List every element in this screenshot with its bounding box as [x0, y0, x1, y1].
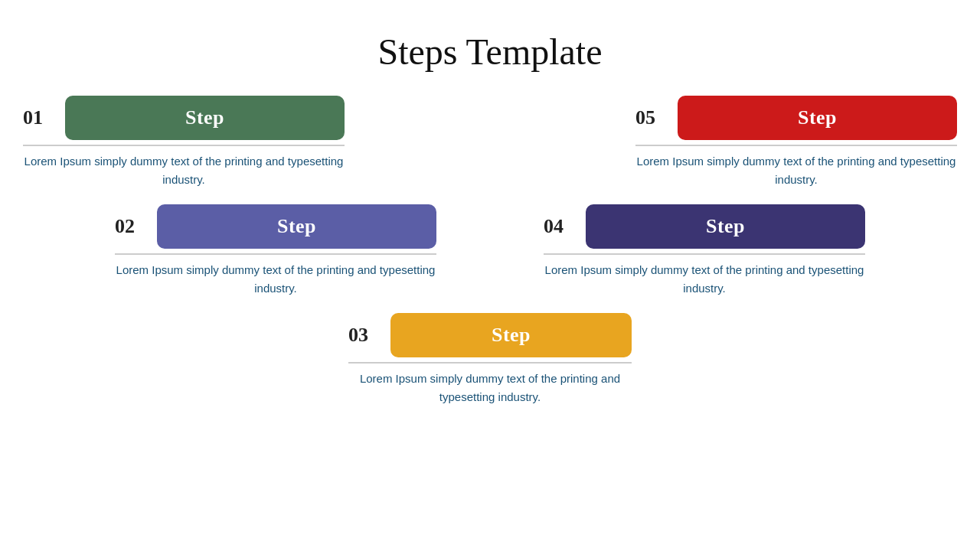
step-05-description: Lorem Ipsum simply dummy text of the pri…	[635, 152, 957, 189]
step-05-label-bar: Step	[678, 96, 957, 140]
step-02-block: 02 Step Lorem Ipsum simply dummy text of…	[115, 204, 436, 298]
step-03-description: Lorem Ipsum simply dummy text of the pri…	[348, 370, 632, 406]
step-04-description: Lorem Ipsum simply dummy text of the pri…	[544, 261, 865, 298]
step-03-number: 03	[348, 324, 390, 347]
step-04-label-bar: Step	[586, 204, 865, 249]
step-05-number: 05	[635, 106, 678, 129]
step-05-block: 05 Step Lorem Ipsum simply dummy text of…	[635, 96, 957, 189]
step-03-block: 03 Step Lorem Ipsum simply dummy text of…	[348, 313, 632, 406]
step-02-divider	[115, 253, 436, 255]
step-05-divider	[635, 145, 957, 146]
step-01-number: 01	[23, 106, 65, 129]
step-03-label-bar: Step	[390, 313, 632, 357]
step-04-divider	[544, 253, 865, 255]
step-01-description: Lorem Ipsum simply dummy text of the pri…	[23, 152, 345, 189]
step-04-block: 04 Step Lorem Ipsum simply dummy text of…	[544, 204, 865, 298]
step-02-label-bar: Step	[157, 204, 436, 249]
step-02-description: Lorem Ipsum simply dummy text of the pri…	[115, 261, 436, 298]
step-04-number: 04	[544, 215, 586, 238]
step-01-divider	[23, 145, 345, 146]
step-02-number: 02	[115, 215, 157, 238]
step-03-divider	[348, 362, 632, 364]
step-01-block: 01 Step Lorem Ipsum simply dummy text of…	[23, 96, 345, 189]
step-01-label-bar: Step	[65, 96, 345, 140]
page-title: Steps Template	[0, 0, 980, 96]
